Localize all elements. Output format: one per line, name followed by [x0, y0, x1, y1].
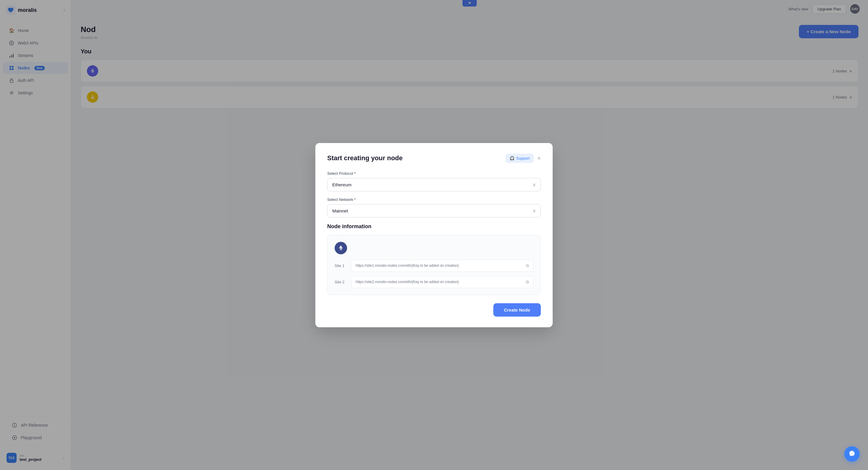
site2-label: Site 2 [335, 280, 347, 284]
modal-title: Start creating your node [327, 154, 403, 162]
modal-overlay[interactable]: Start creating your node 🎧 Support × Sel… [0, 0, 868, 470]
node-info-title: Node information [327, 223, 541, 230]
modal-header: Start creating your node 🎧 Support × [327, 154, 541, 163]
network-label: Select Network * [327, 197, 541, 202]
site1-label: Site 1 [335, 263, 347, 268]
protocol-select-wrapper: Ethereum ∨ [327, 178, 541, 191]
site2-input[interactable]: https://site2.moralis-nodes.com/eth/{Key… [351, 276, 533, 288]
network-select[interactable]: Mainnet [327, 204, 541, 218]
node-info-box: Site 1 https://site1.moralis-nodes.com/e… [327, 235, 541, 295]
site1-url: https://site1.moralis-nodes.com/eth/{Key… [356, 263, 459, 268]
site1-row: Site 1 https://site1.moralis-nodes.com/e… [335, 260, 533, 272]
modal-footer: Create Node [327, 303, 541, 317]
create-node-modal: Start creating your node 🎧 Support × Sel… [315, 143, 553, 327]
network-select-wrapper: Mainnet ∨ [327, 204, 541, 218]
site1-input[interactable]: https://site1.moralis-nodes.com/eth/{Key… [351, 260, 533, 272]
eth-node-icon [335, 242, 347, 254]
protocol-label: Select Protocol * [327, 171, 541, 176]
chat-fab[interactable] [844, 446, 860, 462]
site2-url: https://site2.moralis-nodes.com/eth/{Key… [356, 280, 459, 284]
site2-row: Site 2 https://site2.moralis-nodes.com/e… [335, 276, 533, 288]
copy-icon[interactable]: ⧉ [526, 263, 529, 268]
support-button[interactable]: 🎧 Support [505, 154, 534, 163]
chat-icon [849, 450, 855, 458]
create-node-submit-button[interactable]: Create Node [493, 303, 541, 317]
modal-header-right: 🎧 Support × [505, 154, 541, 163]
headphones-icon: 🎧 [509, 156, 515, 160]
modal-close-button[interactable]: × [537, 155, 541, 161]
node-info-section: Node information Site 1 https://site1.mo… [327, 223, 541, 295]
protocol-select[interactable]: Ethereum [327, 178, 541, 191]
copy-icon[interactable]: ⧉ [526, 280, 529, 285]
